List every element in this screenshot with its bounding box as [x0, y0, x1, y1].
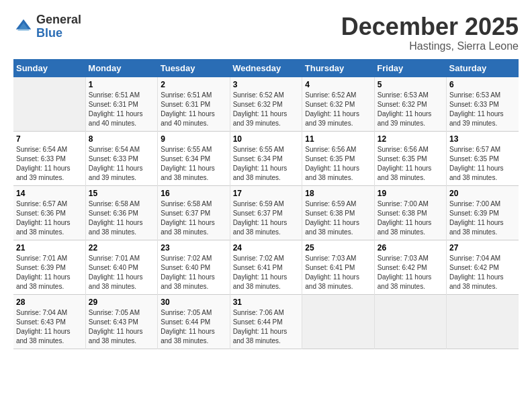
week-row-1: 1Sunrise: 6:51 AMSunset: 6:31 PMDaylight…: [13, 77, 519, 132]
day-info: Sunrise: 7:04 AMSunset: 6:42 PMDaylight:…: [449, 254, 516, 291]
day-cell: 26Sunrise: 7:03 AMSunset: 6:42 PMDayligh…: [374, 240, 446, 294]
day-info: Sunrise: 6:58 AMSunset: 6:36 PMDaylight:…: [89, 199, 154, 237]
day-cell: 4Sunrise: 6:52 AMSunset: 6:32 PMDaylight…: [302, 77, 374, 132]
weekday-header-wednesday: Wednesday: [230, 59, 302, 77]
day-number: 7: [16, 134, 83, 144]
day-cell: 2Sunrise: 6:51 AMSunset: 6:31 PMDaylight…: [158, 77, 230, 132]
day-cell: 11Sunrise: 6:56 AMSunset: 6:35 PMDayligh…: [302, 131, 374, 185]
day-cell: 17Sunrise: 6:59 AMSunset: 6:37 PMDayligh…: [230, 185, 302, 240]
day-number: 17: [233, 189, 300, 198]
day-number: 24: [233, 243, 300, 253]
title-block: December 2025 Hastings, Sierra Leone: [341, 13, 519, 52]
day-info: Sunrise: 7:02 AMSunset: 6:41 PMDaylight:…: [233, 254, 300, 291]
day-info: Sunrise: 6:59 AMSunset: 6:37 PMDaylight:…: [233, 199, 300, 237]
day-info: Sunrise: 7:03 AMSunset: 6:42 PMDaylight:…: [378, 254, 443, 291]
day-number: 26: [378, 243, 443, 253]
day-cell: [302, 294, 374, 349]
logo-text: General Blue: [36, 13, 81, 40]
day-cell: [447, 294, 519, 349]
page-header: General Blue December 2025 Hastings, Sie…: [13, 13, 519, 52]
day-cell: 19Sunrise: 7:00 AMSunset: 6:38 PMDayligh…: [374, 185, 446, 240]
day-cell: 3Sunrise: 6:52 AMSunset: 6:32 PMDaylight…: [230, 77, 302, 132]
weekday-header-tuesday: Tuesday: [158, 59, 230, 77]
day-number: 9: [161, 134, 226, 144]
day-info: Sunrise: 6:55 AMSunset: 6:34 PMDaylight:…: [161, 145, 226, 183]
day-cell: [374, 294, 446, 349]
day-number: 5: [378, 80, 443, 89]
day-cell: 1Sunrise: 6:51 AMSunset: 6:31 PMDaylight…: [85, 77, 157, 132]
day-number: 21: [16, 243, 83, 253]
day-info: Sunrise: 7:00 AMSunset: 6:38 PMDaylight:…: [378, 199, 443, 237]
location: Hastings, Sierra Leone: [341, 40, 519, 52]
weekday-header-friday: Friday: [374, 59, 446, 77]
day-info: Sunrise: 7:03 AMSunset: 6:41 PMDaylight:…: [305, 254, 371, 291]
day-info: Sunrise: 6:58 AMSunset: 6:37 PMDaylight:…: [161, 199, 226, 237]
day-cell: 14Sunrise: 6:57 AMSunset: 6:36 PMDayligh…: [13, 185, 85, 240]
week-row-2: 7Sunrise: 6:54 AMSunset: 6:33 PMDaylight…: [13, 131, 519, 185]
day-cell: 31Sunrise: 7:06 AMSunset: 6:44 PMDayligh…: [230, 294, 302, 349]
weekday-header-monday: Monday: [85, 59, 157, 77]
logo-general: General: [36, 13, 81, 27]
day-cell: 8Sunrise: 6:54 AMSunset: 6:33 PMDaylight…: [85, 131, 157, 185]
day-info: Sunrise: 7:05 AMSunset: 6:43 PMDaylight:…: [89, 308, 154, 346]
day-number: 20: [449, 189, 516, 198]
day-info: Sunrise: 6:53 AMSunset: 6:33 PMDaylight:…: [449, 91, 516, 128]
day-info: Sunrise: 7:00 AMSunset: 6:39 PMDaylight:…: [449, 199, 516, 237]
day-cell: 9Sunrise: 6:55 AMSunset: 6:34 PMDaylight…: [158, 131, 230, 185]
day-number: 31: [233, 298, 300, 307]
day-info: Sunrise: 7:01 AMSunset: 6:40 PMDaylight:…: [89, 254, 154, 291]
day-cell: 12Sunrise: 6:56 AMSunset: 6:35 PMDayligh…: [374, 131, 446, 185]
weekday-header-row: SundayMondayTuesdayWednesdayThursdayFrid…: [13, 59, 519, 77]
day-number: 15: [89, 189, 154, 198]
day-cell: 23Sunrise: 7:02 AMSunset: 6:40 PMDayligh…: [158, 240, 230, 294]
day-number: 11: [305, 134, 371, 144]
day-number: 18: [305, 189, 371, 198]
day-number: 12: [378, 134, 443, 144]
day-number: 27: [449, 243, 516, 253]
weekday-header-thursday: Thursday: [302, 59, 374, 77]
day-cell: 21Sunrise: 7:01 AMSunset: 6:39 PMDayligh…: [13, 240, 85, 294]
logo-blue: Blue: [36, 27, 81, 40]
day-info: Sunrise: 6:54 AMSunset: 6:33 PMDaylight:…: [89, 145, 154, 183]
day-cell: 7Sunrise: 6:54 AMSunset: 6:33 PMDaylight…: [13, 131, 85, 185]
day-info: Sunrise: 6:51 AMSunset: 6:31 PMDaylight:…: [161, 91, 226, 128]
day-info: Sunrise: 6:56 AMSunset: 6:35 PMDaylight:…: [378, 145, 443, 183]
day-cell: 18Sunrise: 6:59 AMSunset: 6:38 PMDayligh…: [302, 185, 374, 240]
day-info: Sunrise: 6:57 AMSunset: 6:35 PMDaylight:…: [449, 145, 516, 183]
day-info: Sunrise: 7:04 AMSunset: 6:43 PMDaylight:…: [16, 308, 83, 346]
day-cell: [13, 77, 85, 132]
day-info: Sunrise: 6:52 AMSunset: 6:32 PMDaylight:…: [305, 91, 371, 128]
day-cell: 10Sunrise: 6:55 AMSunset: 6:34 PMDayligh…: [230, 131, 302, 185]
day-cell: 22Sunrise: 7:01 AMSunset: 6:40 PMDayligh…: [85, 240, 157, 294]
day-number: 30: [161, 298, 226, 307]
calendar-table: SundayMondayTuesdayWednesdayThursdayFrid…: [13, 59, 519, 349]
day-info: Sunrise: 7:06 AMSunset: 6:44 PMDaylight:…: [233, 308, 300, 346]
day-info: Sunrise: 7:02 AMSunset: 6:40 PMDaylight:…: [161, 254, 226, 291]
month-title: December 2025: [341, 13, 519, 40]
day-number: 3: [233, 80, 300, 89]
day-info: Sunrise: 6:57 AMSunset: 6:36 PMDaylight:…: [16, 199, 83, 237]
day-cell: 20Sunrise: 7:00 AMSunset: 6:39 PMDayligh…: [447, 185, 519, 240]
weekday-header-saturday: Saturday: [447, 59, 519, 77]
logo: General Blue: [13, 13, 81, 40]
day-info: Sunrise: 7:01 AMSunset: 6:39 PMDaylight:…: [16, 254, 83, 291]
day-cell: 30Sunrise: 7:05 AMSunset: 6:44 PMDayligh…: [158, 294, 230, 349]
day-number: 25: [305, 243, 371, 253]
day-cell: 24Sunrise: 7:02 AMSunset: 6:41 PMDayligh…: [230, 240, 302, 294]
day-number: 13: [449, 134, 516, 144]
day-number: 6: [449, 80, 516, 89]
day-info: Sunrise: 6:56 AMSunset: 6:35 PMDaylight:…: [305, 145, 371, 183]
day-info: Sunrise: 6:54 AMSunset: 6:33 PMDaylight:…: [16, 145, 83, 183]
day-number: 16: [161, 189, 226, 198]
weekday-header-sunday: Sunday: [13, 59, 85, 77]
day-cell: 28Sunrise: 7:04 AMSunset: 6:43 PMDayligh…: [13, 294, 85, 349]
day-info: Sunrise: 6:52 AMSunset: 6:32 PMDaylight:…: [233, 91, 300, 128]
day-number: 22: [89, 243, 154, 253]
day-info: Sunrise: 6:51 AMSunset: 6:31 PMDaylight:…: [89, 91, 154, 128]
day-number: 29: [89, 298, 154, 307]
day-info: Sunrise: 6:53 AMSunset: 6:32 PMDaylight:…: [378, 91, 443, 128]
day-number: 10: [233, 134, 300, 144]
day-cell: 27Sunrise: 7:04 AMSunset: 6:42 PMDayligh…: [447, 240, 519, 294]
week-row-3: 14Sunrise: 6:57 AMSunset: 6:36 PMDayligh…: [13, 185, 519, 240]
day-cell: 5Sunrise: 6:53 AMSunset: 6:32 PMDaylight…: [374, 77, 446, 132]
